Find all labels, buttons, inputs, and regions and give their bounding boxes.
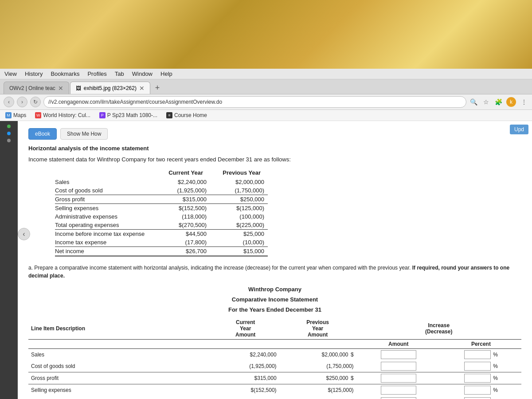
bookmark-star-icon[interactable]: ☆ <box>481 98 490 106</box>
comp-row-percent-input[interactable] <box>464 397 491 399</box>
comparative-table: Line Item Description CurrentYearAmount … <box>28 318 521 399</box>
update-button[interactable]: Upd <box>510 125 528 134</box>
comp-row-label: Cost of goods sold <box>28 360 212 372</box>
comp-header-current: CurrentYearAmount <box>212 318 279 340</box>
menu-bookmarks[interactable]: Bookmarks <box>51 70 79 77</box>
tab-owv2[interactable]: OWv2 | Online teac ✕ <box>4 82 69 94</box>
world-history-icon: W <box>35 112 41 118</box>
comp-row-percent-input[interactable] <box>464 386 491 395</box>
comp-row-amount-input-cell <box>356 372 441 384</box>
back-button[interactable]: ‹ <box>4 97 14 107</box>
comp-row-percent-input[interactable] <box>464 374 491 383</box>
income-row-previous: $15,000 <box>210 246 268 256</box>
menu-bar: View History Bookmarks Profiles Tab Wind… <box>0 69 532 79</box>
tab-exhibit[interactable]: 🖼 exhibit5.jpg (823×262) ✕ <box>70 82 150 94</box>
income-row-previous: $(225,000) <box>210 221 268 230</box>
comp-row-label: Gross profit <box>28 372 212 384</box>
comp-row-current: $315,000 <box>212 372 279 384</box>
forward-button[interactable]: › <box>17 97 27 107</box>
bookmark-sp23-math-label: P Sp23 Math 1080-... <box>107 112 157 118</box>
income-row-previous: $25,000 <box>210 229 268 238</box>
comp-row-amount-input-cell <box>356 348 441 360</box>
income-row-previous: (1,750,000) <box>210 186 268 195</box>
income-row-current: (1,925,000) <box>153 186 210 195</box>
address-bar-row: ‹ › ↻ 🔍 ☆ 🧩 k ⋮ <box>0 94 532 110</box>
income-row-previous: $250,000 <box>210 195 268 203</box>
income-row-label: Administrative expenses <box>55 212 153 221</box>
comp-row-current: (1,925,000) <box>212 360 279 372</box>
bookmark-world-history[interactable]: W World History: Cul... <box>33 111 92 119</box>
extensions-icon[interactable]: 🧩 <box>494 98 503 106</box>
income-row-label: Sales <box>55 178 153 186</box>
comp-row-percent-cell: % <box>441 360 521 372</box>
tab-label-exhibit: exhibit5.jpg (823×262) <box>84 85 137 91</box>
income-row-previous: $2,000,000 <box>210 178 268 186</box>
toolbar: eBook Show Me How <box>28 128 521 140</box>
comp-row-label: Sales <box>28 348 212 360</box>
comp-company-name: Winthrop Company Comparative Income Stat… <box>28 284 521 315</box>
percent-symbol: % <box>493 387 498 393</box>
page-content: Upd eBook Show Me How Horizontal analysi… <box>18 121 532 399</box>
comp-row-percent-input[interactable] <box>464 362 491 371</box>
problem-text: Income statement data for Winthrop Compa… <box>28 155 521 164</box>
income-row-label: Income before income tax expense <box>55 229 153 238</box>
comp-header-previous: PreviousYearAmount <box>279 318 356 340</box>
menu-window[interactable]: Window <box>132 70 153 77</box>
comp-row-percent-cell: % <box>441 384 521 396</box>
tab-label-owv2: OWv2 | Online teac <box>9 85 55 91</box>
income-row-current: $26,700 <box>153 246 210 256</box>
income-row-label: Cost of goods sold <box>55 186 153 195</box>
comp-row-amount-input[interactable] <box>381 397 416 399</box>
sidebar-dot-1 <box>7 125 11 128</box>
tab-close-owv2[interactable]: ✕ <box>58 85 63 92</box>
comp-row-percent-input[interactable] <box>464 350 491 359</box>
instruction-text: a. Prepare a comparative income statemen… <box>28 264 521 280</box>
refresh-button[interactable]: ↻ <box>30 97 41 107</box>
collapse-sidebar-button[interactable]: ‹ <box>18 228 30 240</box>
menu-help[interactable]: Help <box>160 70 172 77</box>
comp-row-current: $(152,500) <box>212 384 279 396</box>
comp-row-label: Selling expenses <box>28 384 212 396</box>
search-icon[interactable]: 🔍 <box>469 98 478 106</box>
maps-icon: M <box>5 112 12 118</box>
comp-row-amount-input-cell <box>356 396 441 399</box>
income-row-previous: (100,000) <box>210 212 268 221</box>
bookmark-maps-label: Maps <box>13 112 26 118</box>
comp-subheader-amount: Amount <box>356 339 441 348</box>
comp-row-amount-input[interactable] <box>381 386 416 395</box>
tab-close-exhibit[interactable]: ✕ <box>139 85 145 92</box>
settings-icon[interactable]: ⋮ <box>520 98 528 106</box>
bookmark-world-history-label: World History: Cul... <box>43 112 90 118</box>
comp-header-increase: Increase(Decrease) <box>356 318 521 340</box>
bookmark-course-home[interactable]: ≡ Course Home <box>164 111 209 119</box>
section-title: Horizontal analysis of the income statem… <box>28 145 521 152</box>
bookmark-sp23-math[interactable]: P P Sp23 Math 1080-... <box>98 111 159 119</box>
show-me-how-button[interactable]: Show Me How <box>60 128 108 140</box>
comparative-section: Winthrop Company Comparative Income Stat… <box>28 284 521 399</box>
comp-row-amount-input[interactable] <box>381 350 416 359</box>
course-home-icon: ≡ <box>166 112 172 118</box>
address-input[interactable] <box>43 96 466 108</box>
menu-profiles[interactable]: Profiles <box>87 70 106 77</box>
comp-row-amount-input[interactable] <box>381 374 416 383</box>
comp-row-current: (118,000) <box>212 396 279 399</box>
comp-row-amount-input[interactable] <box>381 362 416 371</box>
new-tab-button[interactable]: + <box>151 82 164 94</box>
ebook-button[interactable]: eBook <box>28 128 57 140</box>
comp-subheader-blank <box>28 339 212 348</box>
comp-subheader-curr-amt <box>212 339 279 348</box>
profile-icon[interactable]: k <box>506 97 516 107</box>
comp-subheader-prev-amt <box>279 339 356 348</box>
income-row-current: $315,000 <box>153 195 210 203</box>
menu-view[interactable]: View <box>4 70 17 77</box>
comp-row-percent-cell: % <box>441 372 521 384</box>
bookmark-course-home-label: Course Home <box>174 112 207 118</box>
comp-row-percent-cell: % <box>441 396 521 399</box>
menu-history[interactable]: History <box>25 70 43 77</box>
bookmark-maps[interactable]: M Maps <box>4 111 28 119</box>
income-row-current: $(270,500) <box>153 221 210 230</box>
income-row-current: (118,000) <box>153 212 210 221</box>
content-area: ‹ Upd eBook Show Me How Horizontal analy… <box>0 121 532 399</box>
menu-tab[interactable]: Tab <box>115 70 124 77</box>
income-row-label: Net income <box>55 246 153 256</box>
